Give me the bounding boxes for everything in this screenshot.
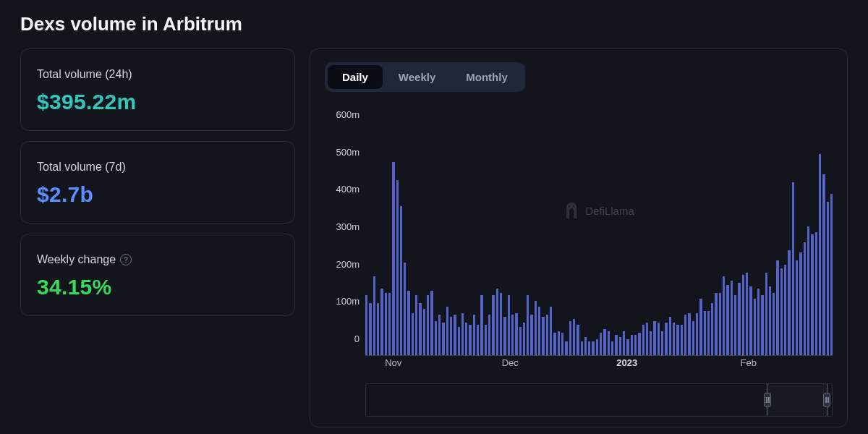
bar[interactable]	[527, 295, 529, 356]
bar[interactable]	[565, 341, 567, 355]
bar[interactable]	[623, 331, 625, 355]
bar[interactable]	[523, 323, 525, 355]
bar[interactable]	[704, 311, 706, 355]
bar[interactable]	[442, 323, 444, 355]
bar[interactable]	[676, 325, 678, 355]
bar[interactable]	[619, 337, 621, 355]
bar[interactable]	[600, 333, 602, 355]
bar[interactable]	[508, 295, 510, 356]
bar[interactable]	[749, 286, 752, 355]
bar[interactable]	[584, 337, 587, 355]
bar[interactable]	[827, 202, 829, 355]
bar[interactable]	[634, 335, 637, 355]
bar[interactable]	[373, 276, 375, 355]
bar[interactable]	[446, 307, 448, 355]
bar[interactable]	[769, 286, 771, 355]
bar[interactable]	[435, 321, 437, 355]
bar[interactable]	[626, 339, 629, 355]
bar[interactable]	[404, 263, 406, 355]
bar[interactable]	[696, 313, 698, 355]
bar[interactable]	[538, 307, 540, 355]
bar[interactable]	[430, 291, 433, 355]
bar[interactable]	[561, 333, 563, 355]
bar[interactable]	[784, 265, 786, 355]
bar[interactable]	[592, 341, 594, 355]
bar[interactable]	[415, 295, 417, 356]
bar[interactable]	[553, 333, 556, 355]
bar[interactable]	[669, 317, 671, 355]
bar[interactable]	[500, 293, 502, 355]
bar[interactable]	[542, 317, 544, 355]
bar[interactable]	[369, 303, 371, 355]
bar[interactable]	[492, 295, 494, 356]
bar[interactable]	[515, 313, 517, 355]
bar[interactable]	[550, 307, 552, 355]
bar[interactable]	[757, 289, 760, 355]
chart-plot[interactable]: DefiLlama	[365, 106, 833, 356]
bar[interactable]	[377, 303, 379, 355]
bar[interactable]	[461, 313, 464, 355]
bar[interactable]	[692, 321, 694, 355]
bar[interactable]	[780, 268, 783, 355]
bar[interactable]	[596, 339, 598, 355]
bar[interactable]	[488, 315, 490, 355]
bar[interactable]	[707, 311, 710, 355]
bar[interactable]	[761, 295, 763, 356]
bar[interactable]	[438, 315, 441, 355]
bar[interactable]	[407, 291, 409, 355]
bar[interactable]	[496, 289, 498, 355]
bar[interactable]	[423, 309, 425, 355]
bar[interactable]	[380, 289, 383, 355]
bar[interactable]	[519, 327, 522, 355]
bar[interactable]	[773, 293, 775, 355]
tab-weekly[interactable]: Weekly	[384, 65, 450, 89]
bar[interactable]	[385, 293, 387, 355]
bar[interactable]	[788, 250, 790, 355]
bar[interactable]	[458, 327, 460, 355]
bar[interactable]	[419, 303, 421, 355]
bar[interactable]	[569, 321, 571, 355]
bar[interactable]	[646, 323, 648, 355]
bar[interactable]	[723, 276, 725, 355]
bar[interactable]	[734, 295, 736, 356]
bar[interactable]	[731, 281, 733, 355]
bar[interactable]	[673, 323, 675, 355]
time-brush[interactable]	[365, 383, 833, 417]
bar[interactable]	[684, 315, 686, 355]
bar[interactable]	[454, 315, 456, 355]
bar[interactable]	[699, 299, 702, 355]
bar[interactable]	[754, 299, 756, 355]
bar[interactable]	[796, 260, 798, 355]
bar[interactable]	[742, 275, 744, 355]
bar[interactable]	[830, 194, 833, 355]
bar[interactable]	[738, 283, 740, 355]
bar[interactable]	[503, 317, 506, 355]
bar[interactable]	[603, 329, 605, 355]
bar[interactable]	[611, 341, 613, 355]
bar[interactable]	[588, 341, 590, 355]
bar[interactable]	[819, 154, 821, 355]
brush-handle-right[interactable]	[823, 393, 830, 407]
bar[interactable]	[365, 295, 367, 356]
bar[interactable]	[653, 321, 655, 355]
bar[interactable]	[615, 335, 617, 355]
bar[interactable]	[811, 234, 813, 355]
bar[interactable]	[511, 315, 514, 355]
bar[interactable]	[535, 301, 537, 355]
bar[interactable]	[661, 331, 663, 355]
bar[interactable]	[473, 315, 475, 355]
bar[interactable]	[746, 273, 748, 355]
bar[interactable]	[688, 313, 690, 355]
bar[interactable]	[638, 333, 640, 355]
bar[interactable]	[573, 319, 575, 355]
bar[interactable]	[477, 325, 479, 355]
bar[interactable]	[799, 252, 801, 355]
bar[interactable]	[546, 315, 548, 355]
bar[interactable]	[631, 335, 633, 355]
bar[interactable]	[726, 285, 728, 355]
bar[interactable]	[427, 295, 429, 356]
bar[interactable]	[530, 315, 532, 355]
bar[interactable]	[480, 295, 482, 356]
bar[interactable]	[396, 180, 399, 355]
bar[interactable]	[392, 162, 394, 355]
